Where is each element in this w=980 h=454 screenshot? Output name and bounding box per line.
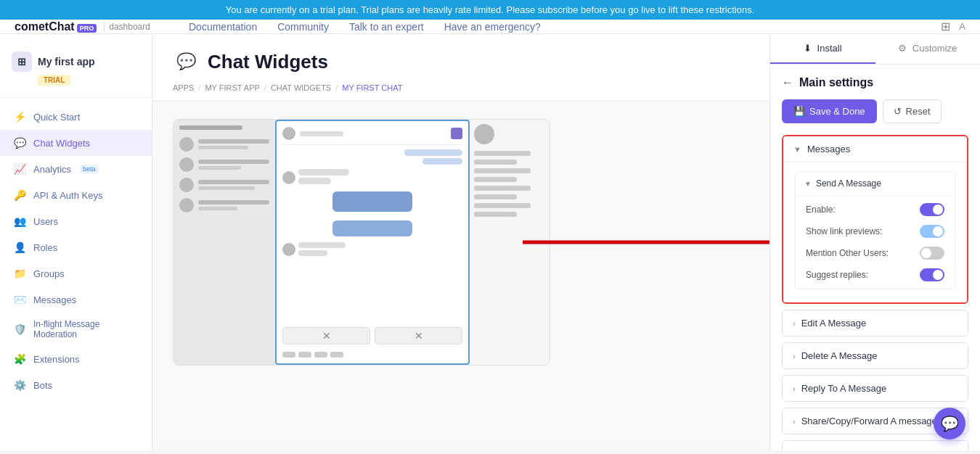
- nav-user: A: [959, 21, 965, 32]
- mention-users-label: Mention Other Users:: [806, 248, 889, 258]
- install-icon: ⬇: [804, 43, 812, 54]
- rp-header-row: ← Main settings: [782, 76, 968, 89]
- save-icon: 💾: [793, 106, 805, 117]
- reset-button[interactable]: ↺ Reset: [883, 99, 942, 123]
- sidebar-item-moderation[interactable]: 🛡️ In-flight Message Moderation: [0, 313, 152, 346]
- edit-message-chevron-icon: ›: [793, 319, 796, 328]
- users-icon: 👥: [13, 215, 26, 228]
- top-nav: cometChatPRO dashboard Documentation Com…: [0, 20, 980, 34]
- suggest-replies-toggle[interactable]: [920, 268, 944, 281]
- messages-section: ▼ Messages ▼ Send A Message: [782, 135, 968, 304]
- logo-pro-badge: PRO: [77, 24, 97, 33]
- highlight-messages-header[interactable]: › Highlight Messages From Moderators: [783, 441, 968, 450]
- edit-message-header[interactable]: › Edit A Message: [783, 310, 968, 336]
- analytics-icon: 📈: [13, 162, 26, 176]
- delete-message-header[interactable]: › Delete A Message: [783, 343, 968, 368]
- extensions-icon: 🧩: [13, 352, 26, 366]
- enable-toggle-slider: [920, 203, 944, 216]
- logo-brand: cometChat: [15, 20, 75, 33]
- messages-chevron-icon: ▼: [793, 145, 801, 154]
- mention-users-setting-row: Mention Other Users:: [806, 247, 944, 260]
- send-message-header[interactable]: ▼ Send A Message: [796, 172, 955, 195]
- sidebar-moderation-label: In-flight Message Moderation: [33, 319, 139, 339]
- sidebar-messages-label: Messages: [33, 294, 76, 305]
- sidebar-item-roles[interactable]: 👤 Roles: [0, 234, 152, 260]
- enable-setting-row: Enable:: [806, 203, 944, 216]
- reply-to-message-header[interactable]: › Reply To A Message: [783, 376, 968, 401]
- customize-icon: ⚙: [898, 43, 907, 54]
- content-area: ⊞ My first app TRIAL ⚡ Quick Start 💬 Cha…: [0, 34, 980, 450]
- sidebar-extensions-label: Extensions: [33, 354, 80, 365]
- preview-area: ✕ ✕: [152, 102, 769, 383]
- messages-header[interactable]: ▼ Messages: [783, 136, 967, 162]
- sidebar-app-label: My first app: [38, 56, 95, 67]
- link-previews-toggle-slider: [920, 225, 944, 238]
- highlight-messages-label: Highlight Messages From Moderators: [801, 448, 957, 450]
- link-previews-setting-row: Show link previews:: [806, 225, 944, 238]
- nav-right: ⊞ A: [941, 20, 965, 33]
- nav-links: Documentation Community Talk to an exper…: [189, 21, 941, 33]
- back-button[interactable]: ←: [782, 76, 793, 89]
- sidebar-item-messages[interactable]: ✉️ Messages: [0, 286, 152, 313]
- send-message-body: Enable: Show link previews:: [796, 195, 955, 289]
- tab-customize-label: Customize: [912, 43, 957, 54]
- main-settings-title: Main settings: [799, 76, 873, 89]
- sidebar-item-quick-start[interactable]: ⚡ Quick Start: [0, 104, 152, 130]
- tab-customize[interactable]: ⚙ Customize: [875, 34, 981, 64]
- reply-message-label: Reply To A Message: [801, 383, 887, 394]
- suggest-replies-label: Suggest replies:: [806, 270, 868, 280]
- sidebar-bots-label: Bots: [33, 380, 52, 391]
- breadcrumb: APPS / MY FIRST APP / CHAT WIDGETS / MY …: [173, 83, 749, 101]
- sidebar-app: ⊞ My first app TRIAL: [0, 46, 152, 98]
- breadcrumb-my-first-app: MY FIRST APP: [205, 83, 259, 92]
- nav-community[interactable]: Community: [277, 21, 329, 33]
- breadcrumb-sep-2: /: [264, 83, 266, 92]
- highlight-messages-section: › Highlight Messages From Moderators: [782, 440, 968, 450]
- sidebar-item-chat-widgets[interactable]: 💬 Chat Widgets: [0, 130, 152, 156]
- link-previews-label: Show link previews:: [806, 226, 882, 236]
- tab-install[interactable]: ⬇ Install: [770, 34, 875, 64]
- sidebar-item-analytics[interactable]: 📈 Analytics beta: [0, 156, 152, 182]
- breadcrumb-apps: APPS: [173, 83, 194, 92]
- main-content: 💬 Chat Widgets APPS / MY FIRST APP / CHA…: [152, 34, 769, 450]
- enable-label: Enable:: [806, 205, 836, 215]
- mention-users-toggle[interactable]: [920, 247, 944, 260]
- nav-talk-to-expert[interactable]: Talk to an expert: [349, 21, 424, 33]
- chat-bubble-button[interactable]: 💬: [934, 408, 965, 439]
- share-copy-chevron-icon: ›: [793, 417, 796, 426]
- grid-icon[interactable]: ⊞: [941, 20, 950, 33]
- sidebar-item-bots[interactable]: ⚙️ Bots: [0, 372, 152, 398]
- moderation-icon: 🛡️: [13, 323, 26, 336]
- enable-toggle[interactable]: [920, 203, 944, 216]
- sidebar-groups-label: Groups: [33, 268, 65, 279]
- link-previews-toggle[interactable]: [920, 225, 944, 238]
- beta-badge: beta: [80, 165, 99, 173]
- breadcrumb-chat-widgets: CHAT WIDGETS: [271, 83, 331, 92]
- messages-body: ▼ Send A Message Enable:: [783, 162, 967, 302]
- chat-bubble-icon: 💬: [941, 415, 959, 432]
- page-title-row: 💬 Chat Widgets: [173, 49, 749, 75]
- sidebar-api-keys-label: API & Auth Keys: [33, 190, 102, 201]
- sidebar-item-api-keys[interactable]: 🔑 API & Auth Keys: [0, 182, 152, 208]
- sidebar-item-groups[interactable]: 📁 Groups: [0, 260, 152, 286]
- mock-chat: ✕ ✕: [173, 120, 550, 365]
- nav-emergency[interactable]: Have an emergency?: [444, 21, 541, 33]
- sidebar-trial-badge: TRIAL: [38, 75, 70, 86]
- sidebar-item-extensions[interactable]: 🧩 Extensions: [0, 346, 152, 372]
- right-panel-tabs: ⬇ Install ⚙ Customize: [770, 34, 980, 65]
- widget-preview: ✕ ✕: [173, 119, 550, 366]
- save-done-button[interactable]: 💾 Save & Done: [782, 99, 877, 123]
- save-done-label: Save & Done: [809, 106, 865, 117]
- delete-message-chevron-icon: ›: [793, 352, 796, 360]
- send-message-chevron-icon: ▼: [804, 180, 812, 188]
- chat-widgets-icon: 💬: [13, 136, 26, 149]
- nav-documentation[interactable]: Documentation: [189, 21, 257, 33]
- sidebar-item-users[interactable]: 👥 Users: [0, 208, 152, 234]
- reset-icon: ↺: [894, 106, 902, 117]
- red-arrow-svg: [515, 228, 769, 257]
- messages-label: Messages: [807, 144, 850, 154]
- page-title-icon: 💬: [173, 49, 199, 75]
- sidebar-app-icon: ⊞: [12, 51, 32, 72]
- breadcrumb-sep-3: /: [335, 83, 338, 92]
- reply-message-chevron-icon: ›: [793, 384, 796, 393]
